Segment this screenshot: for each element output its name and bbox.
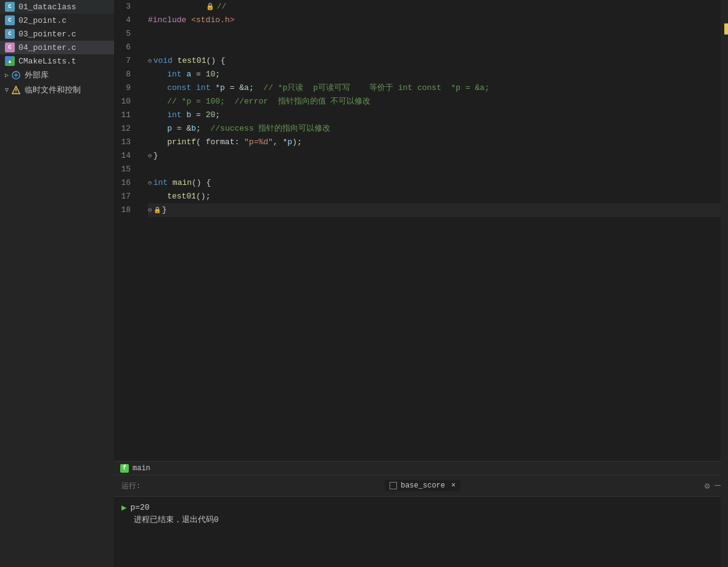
sidebar-section-temp-label: 临时文件和控制	[25, 84, 81, 96]
code-token: ();	[196, 190, 210, 203]
code-token: p	[167, 122, 172, 136]
sidebar-item-label: 01_dataclass	[18, 2, 76, 12]
code-token: // *p = 100; //error 指针指向的值 不可以修改	[167, 95, 370, 108]
code-line-15	[148, 163, 728, 176]
code-token: , *	[273, 136, 287, 149]
code-lines[interactable]: 🔒 // #include <stdio.h> ⊖void test01() {	[142, 0, 728, 461]
code-token: b	[191, 122, 196, 136]
fold-icon-16[interactable]: ⊖	[148, 176, 152, 190]
code-token: void	[153, 54, 173, 68]
breadcrumb-icon: f	[120, 464, 129, 473]
code-token: =	[191, 108, 205, 122]
sidebar-item-dataclass[interactable]: C 01_dataclass	[0, 0, 114, 14]
line-num-17: 17	[114, 190, 136, 203]
code-token: (	[196, 136, 201, 149]
breadcrumb-label: main	[133, 464, 150, 473]
code-line-16: ▶ ⊖int main() {	[148, 176, 728, 190]
sidebar-item-cmake[interactable]: ▲ CMakeLists.t	[0, 54, 114, 68]
arrow-icon: ▷	[5, 71, 9, 79]
external-icon	[11, 70, 21, 80]
sidebar-item-label: 03_pointer.c	[18, 30, 76, 39]
gear-icon[interactable]: ⚙	[705, 481, 710, 491]
code-line-8: int a = 10;	[148, 68, 728, 81]
code-token: printf	[167, 136, 196, 149]
code-indent	[148, 108, 167, 122]
code-line-17: test01();	[148, 190, 728, 203]
svg-point-5	[15, 92, 17, 93]
terminal-tab[interactable]: base_score ×	[385, 480, 460, 491]
code-token: 20	[206, 108, 216, 122]
code-token: int	[196, 81, 210, 95]
code-token: test01	[178, 54, 207, 68]
line-num-8: 8	[114, 68, 136, 81]
code-token: int	[167, 108, 181, 122]
editor-area: 3 4 5 6 7 8 9 10 11 12 13 14 15 16 17 18	[114, 0, 728, 567]
code-line-18: ⊖🔒}	[148, 203, 728, 217]
minimap-thumb	[724, 23, 728, 35]
terminal-controls: ⚙ —	[705, 480, 721, 491]
temp-icon	[11, 85, 21, 95]
code-token: format:	[201, 136, 244, 149]
terminal-header: 运行: base_score × ⚙ —	[114, 475, 728, 497]
code-token: const	[167, 81, 191, 95]
code-line-11: int b = 20;	[148, 108, 728, 122]
terminal-output-text: p=20	[130, 502, 149, 514]
line-num-16: 16	[114, 176, 136, 190]
code-indent	[148, 68, 167, 81]
line-num-15: 15	[114, 163, 136, 176]
code-token: ;	[215, 68, 220, 81]
code-indent	[148, 190, 167, 203]
code-token: b	[186, 108, 191, 122]
lock-icon-3: 🔒	[206, 3, 215, 10]
code-token: // *p只读 p可读可写 等价于 int const *p = &a;	[263, 81, 489, 95]
sidebar-section-temp[interactable]: ▽ 临时文件和控制	[0, 83, 114, 97]
code-token: ;	[215, 108, 220, 122]
code-line-7: ⊖void test01() {	[148, 54, 728, 68]
code-token: a	[244, 81, 249, 95]
fold-icon-7[interactable]: ⊖	[148, 54, 152, 68]
sidebar-item-pointer4[interactable]: C 04_pointer.c	[0, 41, 114, 54]
arrow-icon: ▽	[5, 86, 9, 94]
line-num-12: 12	[114, 122, 136, 136]
code-indent	[148, 136, 167, 149]
terminal-tab-close[interactable]: ×	[451, 481, 456, 490]
code-token: );	[292, 136, 302, 149]
line-numbers: 3 4 5 6 7 8 9 10 11 12 13 14 15 16 17 18	[114, 0, 142, 461]
sidebar-item-pointer3[interactable]: C 03_pointer.c	[0, 27, 114, 41]
fold-icon-14[interactable]: ⊖	[148, 149, 152, 163]
minimize-icon[interactable]: —	[714, 480, 721, 491]
terminal-tab-label: base_score	[401, 481, 445, 490]
line-num-10: 10	[114, 95, 136, 108]
line-num-11: 11	[114, 108, 136, 122]
code-token: () {	[206, 54, 225, 68]
tab-icon	[390, 482, 397, 489]
code-token	[182, 68, 187, 81]
fold-icon-18[interactable]: ⊖	[148, 203, 152, 217]
code-token: int	[167, 68, 181, 81]
code-line-12: p = &b; //success 指针的指向可以修改	[148, 122, 728, 136]
terminal-content: ▶ p=20 进程已结束，退出代码0	[114, 497, 728, 567]
code-line-14: ⊖}	[148, 149, 728, 163]
code-token	[173, 54, 178, 68]
code-indent	[148, 81, 167, 95]
terminal-output-line-1: ▶ p=20	[121, 502, 721, 514]
minimap-scrollbar[interactable]	[721, 0, 728, 567]
code-token: int	[153, 176, 168, 190]
breadcrumb-icon-text: f	[123, 465, 126, 471]
code-token: a	[186, 68, 191, 81]
line-num-4: 4	[114, 14, 136, 27]
code-token: 10	[206, 68, 216, 81]
sidebar-item-point[interactable]: C 02_point.c	[0, 14, 114, 27]
code-token: () {	[192, 176, 211, 190]
code-token: p	[220, 81, 225, 95]
code-token	[191, 81, 196, 95]
sidebar-section-external[interactable]: ▷ 外部库	[0, 68, 114, 83]
terminal-output-line-2: 进程已结束，退出代码0	[121, 514, 721, 526]
code-container: 3 4 5 6 7 8 9 10 11 12 13 14 15 16 17 18	[114, 0, 728, 461]
code-token: //	[217, 0, 227, 14]
line-num-18: 18	[114, 203, 136, 217]
code-line-13: printf( format: "p=%d", *p);	[148, 136, 728, 149]
code-token: = &	[172, 122, 191, 136]
main-area: C 01_dataclass C 02_point.c C 03_pointer…	[0, 0, 728, 567]
terminal-arrow: ▶	[121, 502, 126, 514]
